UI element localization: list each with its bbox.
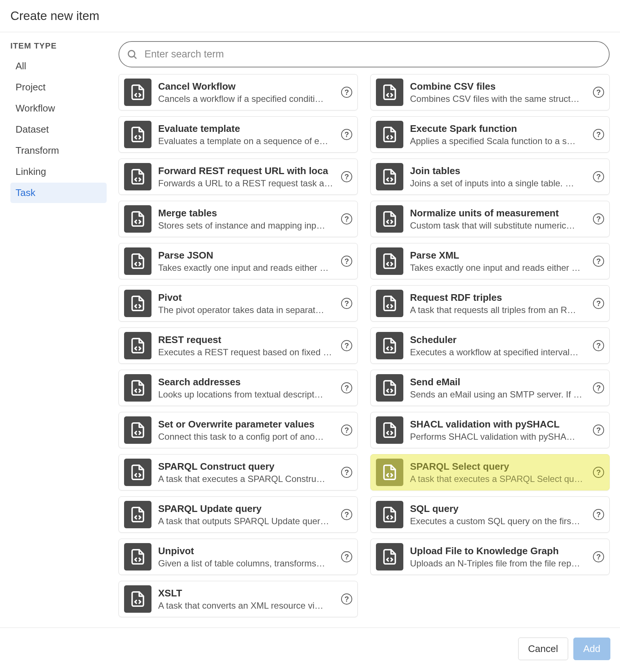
card-description: A task that converts an XML resource vi… bbox=[158, 601, 334, 611]
help-icon[interactable]: ? bbox=[593, 382, 604, 393]
sidebar-item-task[interactable]: Task bbox=[10, 183, 107, 203]
help-icon[interactable]: ? bbox=[593, 551, 604, 562]
card-body: Execute Spark functionApplies a specifie… bbox=[410, 123, 586, 146]
help-icon[interactable]: ? bbox=[341, 593, 352, 605]
item-card-combine-csv-files[interactable]: Combine CSV filesCombines CSV files with… bbox=[370, 74, 610, 110]
item-card-rest-request[interactable]: REST requestExecutes a REST request base… bbox=[119, 327, 358, 364]
item-card-cancel-workflow[interactable]: Cancel WorkflowCancels a workflow if a s… bbox=[119, 74, 358, 110]
item-card-send-email[interactable]: Send eMailSends an eMail using an SMTP s… bbox=[370, 370, 610, 406]
file-code-icon bbox=[124, 501, 151, 528]
help-icon[interactable]: ? bbox=[341, 171, 352, 182]
file-code-icon bbox=[376, 459, 403, 486]
sidebar: ITEM TYPE AllProjectWorkflowDatasetTrans… bbox=[10, 41, 107, 617]
item-card-unpivot[interactable]: UnpivotGiven a list of table columns, tr… bbox=[119, 539, 358, 575]
item-card-normalize-units-of-measurement[interactable]: Normalize units of measurementCustom tas… bbox=[370, 201, 610, 237]
help-icon[interactable]: ? bbox=[593, 213, 604, 224]
item-card-upload-file-to-knowledge-graph[interactable]: Upload File to Knowledge GraphUploads an… bbox=[370, 539, 610, 575]
help-icon[interactable]: ? bbox=[341, 509, 352, 520]
file-code-icon bbox=[124, 205, 151, 233]
help-icon[interactable]: ? bbox=[341, 87, 352, 98]
help-icon[interactable]: ? bbox=[341, 256, 352, 267]
card-body: Evaluate templateEvaluates a template on… bbox=[158, 123, 334, 146]
item-card-sql-query[interactable]: SQL queryExecutes a custom SQL query on … bbox=[370, 496, 610, 533]
help-icon[interactable]: ? bbox=[593, 340, 604, 351]
item-card-sparql-select-query[interactable]: SPARQL Select queryA task that executes … bbox=[370, 454, 610, 490]
help-icon[interactable]: ? bbox=[593, 129, 604, 140]
card-body: SHACL validation with pySHACLPerforms SH… bbox=[410, 419, 586, 442]
card-description: Uploads an N-Triples file from the file … bbox=[410, 558, 586, 569]
sidebar-header: ITEM TYPE bbox=[10, 41, 107, 51]
item-card-request-rdf-triples[interactable]: Request RDF triplesA task that requests … bbox=[370, 285, 610, 322]
create-item-dialog: Create new item ITEM TYPE AllProjectWork… bbox=[0, 0, 620, 670]
add-button[interactable]: Add bbox=[573, 638, 610, 660]
help-icon[interactable]: ? bbox=[593, 467, 604, 478]
help-icon[interactable]: ? bbox=[593, 298, 604, 309]
search-input[interactable] bbox=[119, 41, 610, 67]
sidebar-item-project[interactable]: Project bbox=[10, 77, 107, 97]
item-card-sparql-construct-query[interactable]: SPARQL Construct queryA task that execut… bbox=[119, 454, 358, 490]
file-code-icon bbox=[376, 247, 403, 275]
help-icon[interactable]: ? bbox=[593, 256, 604, 267]
item-card-shacl-validation-with-pyshacl[interactable]: SHACL validation with pySHACLPerforms SH… bbox=[370, 412, 610, 448]
card-description: A task that executes a SPARQL Select qu… bbox=[410, 474, 586, 484]
sidebar-item-all[interactable]: All bbox=[10, 56, 107, 76]
help-icon[interactable]: ? bbox=[341, 551, 352, 562]
dialog-body: ITEM TYPE AllProjectWorkflowDatasetTrans… bbox=[0, 32, 620, 628]
sidebar-item-dataset[interactable]: Dataset bbox=[10, 119, 107, 140]
item-card-set-or-overwrite-parameter-values[interactable]: Set or Overwrite parameter valuesConnect… bbox=[119, 412, 358, 448]
help-icon[interactable]: ? bbox=[341, 467, 352, 478]
svg-point-0 bbox=[128, 50, 135, 57]
item-card-execute-spark-function[interactable]: Execute Spark functionApplies a specifie… bbox=[370, 116, 610, 153]
help-icon[interactable]: ? bbox=[341, 382, 352, 393]
file-code-icon bbox=[376, 121, 403, 148]
card-title: SPARQL Update query bbox=[158, 503, 334, 515]
item-card-pivot[interactable]: PivotThe pivot operator takes data in se… bbox=[119, 285, 358, 322]
card-body: SPARQL Construct queryA task that execut… bbox=[158, 461, 334, 484]
card-body: Upload File to Knowledge GraphUploads an… bbox=[410, 545, 586, 569]
help-icon[interactable]: ? bbox=[341, 340, 352, 351]
item-card-forward-rest-request-url-with-loca[interactable]: Forward REST request URL with locaForwar… bbox=[119, 159, 358, 195]
item-card-scheduler[interactable]: SchedulerExecutes a workflow at specifie… bbox=[370, 327, 610, 364]
card-title: Upload File to Knowledge Graph bbox=[410, 545, 586, 557]
item-card-parse-xml[interactable]: Parse XMLTakes exactly one input and rea… bbox=[370, 243, 610, 279]
card-title: Parse JSON bbox=[158, 250, 334, 261]
sidebar-item-label: Task bbox=[16, 187, 35, 198]
help-icon[interactable]: ? bbox=[341, 213, 352, 224]
item-card-join-tables[interactable]: Join tablesJoins a set of inputs into a … bbox=[370, 159, 610, 195]
card-description: The pivot operator takes data in separat… bbox=[158, 305, 334, 315]
item-card-sparql-update-query[interactable]: SPARQL Update queryA task that outputs S… bbox=[119, 496, 358, 533]
card-body: Cancel WorkflowCancels a workflow if a s… bbox=[158, 81, 334, 104]
card-description: A task that outputs SPARQL Update quer… bbox=[158, 516, 334, 526]
cancel-button[interactable]: Cancel bbox=[518, 638, 568, 660]
help-icon[interactable]: ? bbox=[341, 129, 352, 140]
help-icon[interactable]: ? bbox=[341, 298, 352, 309]
item-card-merge-tables[interactable]: Merge tablesStores sets of instance and … bbox=[119, 201, 358, 237]
card-description: A task that executes a SPARQL Constru… bbox=[158, 474, 334, 484]
item-card-evaluate-template[interactable]: Evaluate templateEvaluates a template on… bbox=[119, 116, 358, 153]
card-title: SPARQL Construct query bbox=[158, 461, 334, 472]
card-description: Executes a custom SQL query on the firs… bbox=[410, 516, 586, 526]
help-icon[interactable]: ? bbox=[593, 87, 604, 98]
file-code-icon bbox=[124, 290, 151, 317]
help-icon[interactable]: ? bbox=[593, 425, 604, 436]
card-title: Combine CSV files bbox=[410, 81, 586, 92]
card-title: Evaluate template bbox=[158, 123, 334, 134]
card-description: Executes a workflow at specified interva… bbox=[410, 347, 586, 357]
card-description: Looks up locations from textual descript… bbox=[158, 389, 334, 400]
card-title: Merge tables bbox=[158, 207, 334, 219]
help-icon[interactable]: ? bbox=[593, 171, 604, 182]
file-code-icon bbox=[376, 290, 403, 317]
sidebar-item-label: Linking bbox=[16, 166, 46, 177]
sidebar-item-transform[interactable]: Transform bbox=[10, 140, 107, 161]
sidebar-item-linking[interactable]: Linking bbox=[10, 162, 107, 182]
card-body: PivotThe pivot operator takes data in se… bbox=[158, 292, 334, 315]
help-icon[interactable]: ? bbox=[593, 509, 604, 520]
item-card-parse-json[interactable]: Parse JSONTakes exactly one input and re… bbox=[119, 243, 358, 279]
item-card-xslt[interactable]: XSLTA task that converts an XML resource… bbox=[119, 581, 358, 617]
card-description: Evaluates a template on a sequence of e… bbox=[158, 136, 334, 146]
card-body: Normalize units of measurementCustom tas… bbox=[410, 207, 586, 231]
file-code-icon bbox=[124, 459, 151, 486]
help-icon[interactable]: ? bbox=[341, 425, 352, 436]
item-card-search-addresses[interactable]: Search addressesLooks up locations from … bbox=[119, 370, 358, 406]
sidebar-item-workflow[interactable]: Workflow bbox=[10, 98, 107, 119]
